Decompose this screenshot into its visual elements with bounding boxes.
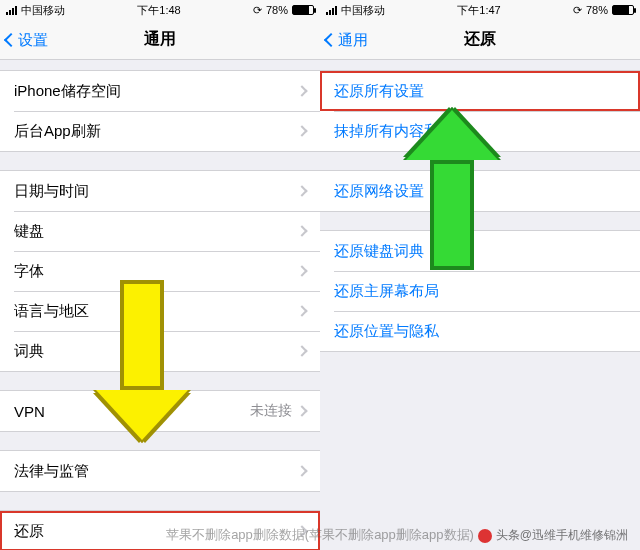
row-iphone-storage[interactable]: iPhone储存空间 <box>0 71 320 111</box>
row-label: VPN <box>14 403 45 420</box>
row-dictionary[interactable]: 词典 <box>0 331 320 371</box>
settings-group: VPN 未连接 <box>0 390 320 432</box>
status-bar: 中国移动 下午1:48 ⟳ 78% <box>0 0 320 20</box>
status-time: 下午1:48 <box>137 3 180 18</box>
settings-group: 法律与监管 <box>0 450 320 492</box>
row-label: 还原主屏幕布局 <box>334 282 439 301</box>
page-title: 还原 <box>464 29 496 50</box>
row-language-region[interactable]: 语言与地区 <box>0 291 320 331</box>
settings-group: 还原键盘词典 还原主屏幕布局 还原位置与隐私 <box>320 230 640 352</box>
row-label: 还原 <box>14 522 44 541</box>
row-label: 词典 <box>14 342 44 361</box>
row-date-time[interactable]: 日期与时间 <box>0 171 320 211</box>
chevron-left-icon <box>4 33 18 47</box>
row-label: 抹掉所有内容和设置 <box>334 122 469 141</box>
carrier-label: 中国移动 <box>21 3 65 18</box>
back-button[interactable]: 设置 <box>6 20 48 60</box>
page-title: 通用 <box>144 29 176 50</box>
back-label: 设置 <box>18 31 48 50</box>
status-time: 下午1:47 <box>457 3 500 18</box>
row-label: 后台App刷新 <box>14 122 101 141</box>
signal-icon <box>6 6 17 15</box>
nav-bar: 设置 通用 <box>0 20 320 60</box>
settings-group: 还原网络设置 <box>320 170 640 212</box>
back-button[interactable]: 通用 <box>326 20 368 60</box>
battery-icon <box>612 5 634 15</box>
signal-icon <box>326 6 337 15</box>
row-label: 还原网络设置 <box>334 182 424 201</box>
chevron-right-icon <box>296 525 307 536</box>
chevron-right-icon <box>296 305 307 316</box>
row-label: 日期与时间 <box>14 182 89 201</box>
battery-pct: 78% <box>586 4 608 16</box>
chevron-right-icon <box>296 265 307 276</box>
settings-group: 日期与时间 键盘 字体 语言与地区 词典 <box>0 170 320 372</box>
status-bar: 中国移动 下午1:47 ⟳ 78% <box>320 0 640 20</box>
watermark-right-text: 头条@迅维手机维修锦洲 <box>496 527 628 544</box>
row-reset-keyboard-dict[interactable]: 还原键盘词典 <box>320 231 640 271</box>
row-erase-all[interactable]: 抹掉所有内容和设置 <box>320 111 640 151</box>
settings-group: 还原 <box>0 510 320 550</box>
row-label: 字体 <box>14 262 44 281</box>
chevron-right-icon <box>296 185 307 196</box>
row-reset-location-privacy[interactable]: 还原位置与隐私 <box>320 311 640 351</box>
row-detail: 未连接 <box>250 402 292 420</box>
row-label: 还原位置与隐私 <box>334 322 439 341</box>
watermark-right: 头条@迅维手机维修锦洲 <box>478 527 628 544</box>
settings-group: iPhone储存空间 后台App刷新 <box>0 70 320 152</box>
chevron-right-icon <box>296 345 307 356</box>
chevron-right-icon <box>296 85 307 96</box>
row-label: iPhone储存空间 <box>14 82 121 101</box>
row-reset-all-settings[interactable]: 还原所有设置 <box>320 71 640 111</box>
phone-right: 中国移动 下午1:47 ⟳ 78% 通用 还原 还原所有设置 抹掉所有内容和设置 <box>320 0 640 550</box>
row-vpn[interactable]: VPN 未连接 <box>0 391 320 431</box>
carrier-label: 中国移动 <box>341 3 385 18</box>
row-label: 法律与监管 <box>14 462 89 481</box>
toutiao-logo-icon <box>478 529 492 543</box>
nav-bar: 通用 还原 <box>320 20 640 60</box>
row-label: 还原所有设置 <box>334 82 424 101</box>
row-reset-network[interactable]: 还原网络设置 <box>320 171 640 211</box>
row-reset-home-layout[interactable]: 还原主屏幕布局 <box>320 271 640 311</box>
row-legal[interactable]: 法律与监管 <box>0 451 320 491</box>
battery-pct: 78% <box>266 4 288 16</box>
row-keyboard[interactable]: 键盘 <box>0 211 320 251</box>
settings-group: 还原所有设置 抹掉所有内容和设置 <box>320 70 640 152</box>
battery-icon <box>292 5 314 15</box>
row-fonts[interactable]: 字体 <box>0 251 320 291</box>
row-label: 还原键盘词典 <box>334 242 424 261</box>
row-label: 语言与地区 <box>14 302 89 321</box>
back-label: 通用 <box>338 31 368 50</box>
row-background-refresh[interactable]: 后台App刷新 <box>0 111 320 151</box>
chevron-right-icon <box>296 225 307 236</box>
chevron-right-icon <box>296 465 307 476</box>
chevron-left-icon <box>324 33 338 47</box>
orientation-lock-icon: ⟳ <box>253 4 262 17</box>
phone-left: 中国移动 下午1:48 ⟳ 78% 设置 通用 iPhone储存空间 后台App… <box>0 0 320 550</box>
chevron-right-icon <box>296 405 307 416</box>
chevron-right-icon <box>296 125 307 136</box>
row-reset[interactable]: 还原 <box>0 511 320 550</box>
orientation-lock-icon: ⟳ <box>573 4 582 17</box>
row-label: 键盘 <box>14 222 44 241</box>
